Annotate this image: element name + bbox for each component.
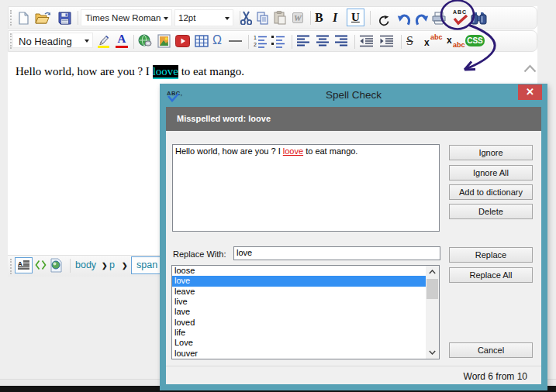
svg-text:A: A (18, 260, 22, 267)
svg-text:1: 1 (254, 35, 257, 40)
svg-text:2: 2 (254, 42, 257, 47)
